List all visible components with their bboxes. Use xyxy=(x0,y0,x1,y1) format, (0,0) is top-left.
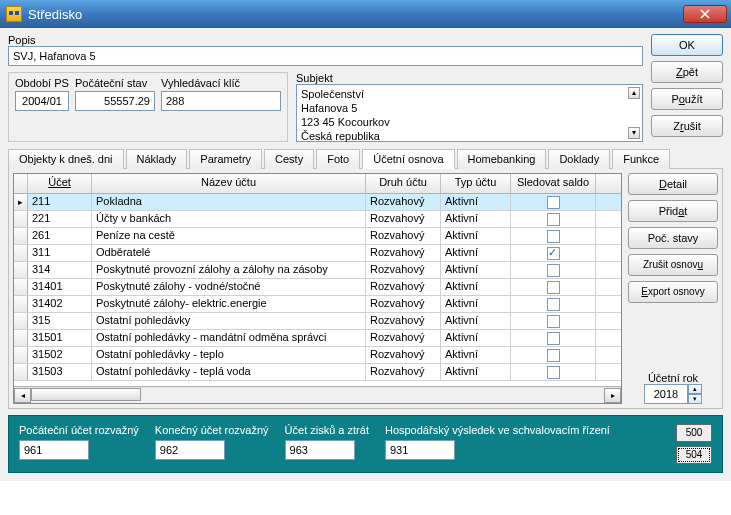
table-row[interactable]: 261Peníze na cestěRozvahovýAktivní xyxy=(14,228,621,245)
table-row[interactable]: 31503Ostatní pohledávky - teplá vodaRozv… xyxy=(14,364,621,381)
cell-nazev: Ostatní pohledávky xyxy=(92,313,366,329)
row-marker xyxy=(14,245,28,261)
year-spin-down[interactable]: ▾ xyxy=(688,394,702,404)
cell-saldo[interactable] xyxy=(511,262,596,278)
col-druh[interactable]: Druh účtu xyxy=(366,174,441,193)
saldo-checkbox[interactable] xyxy=(547,213,560,226)
cell-ucet: 31501 xyxy=(28,330,92,346)
hscroll-left[interactable]: ◂ xyxy=(14,388,31,403)
poc-stavy-button[interactable]: Poč. stavy xyxy=(628,227,718,249)
saldo-checkbox[interactable] xyxy=(547,264,560,277)
cell-nazev: Poskytnuté provozní zálohy a zálohy na z… xyxy=(92,262,366,278)
vyhledavaci-input[interactable] xyxy=(161,91,281,111)
row-marker xyxy=(14,279,28,295)
saldo-checkbox[interactable] xyxy=(547,247,560,260)
table-row[interactable]: ▸211PokladnaRozvahovýAktivní xyxy=(14,194,621,211)
zrusit-osnovu-button[interactable]: Zrušit osnovu xyxy=(628,254,718,276)
saldo-checkbox[interactable] xyxy=(547,298,560,311)
subjekt-scroll-down[interactable]: ▾ xyxy=(628,127,640,139)
pouzit-button[interactable]: Použít xyxy=(651,88,723,110)
col-typ[interactable]: Typ účtu xyxy=(441,174,511,193)
cell-typ: Aktivní xyxy=(441,262,511,278)
cell-saldo[interactable] xyxy=(511,296,596,312)
col-saldo[interactable]: Sledovat saldo xyxy=(511,174,596,193)
ucetni-rok-label: Účetní rok xyxy=(644,372,702,384)
cell-saldo[interactable] xyxy=(511,347,596,363)
hscroll-right[interactable]: ▸ xyxy=(604,388,621,403)
cell-ucet: 221 xyxy=(28,211,92,227)
table-row[interactable]: 31502Ostatní pohledávky - teploRozvahový… xyxy=(14,347,621,364)
cell-saldo[interactable] xyxy=(511,194,596,210)
close-button[interactable] xyxy=(683,5,727,23)
table-row[interactable]: 221Účty v bankáchRozvahovýAktivní xyxy=(14,211,621,228)
cell-druh: Rozvahový xyxy=(366,228,441,244)
cell-saldo[interactable] xyxy=(511,211,596,227)
popis-label: Popis xyxy=(8,34,643,46)
btn-500[interactable]: 500 xyxy=(676,424,712,442)
hscroll-track[interactable] xyxy=(31,388,604,403)
cell-saldo[interactable] xyxy=(511,279,596,295)
tab-funkce[interactable]: Funkce xyxy=(612,149,670,169)
cell-ucet: 311 xyxy=(28,245,92,261)
popis-input[interactable] xyxy=(8,46,643,66)
cell-typ: Aktivní xyxy=(441,296,511,312)
cell-ucet: 314 xyxy=(28,262,92,278)
year-spin-up[interactable]: ▴ xyxy=(688,384,702,394)
saldo-checkbox[interactable] xyxy=(547,332,560,345)
cell-druh: Rozvahový xyxy=(366,262,441,278)
tab-doklady[interactable]: Doklady xyxy=(548,149,610,169)
row-marker: ▸ xyxy=(14,194,28,210)
saldo-checkbox[interactable] xyxy=(547,315,560,328)
pridat-button[interactable]: Přidat xyxy=(628,200,718,222)
pocatecni-input[interactable] xyxy=(75,91,155,111)
cell-saldo[interactable] xyxy=(511,330,596,346)
poc-rozvaz-input[interactable] xyxy=(19,440,89,460)
export-osnovy-button[interactable]: Export osnovy xyxy=(628,281,718,303)
zisk-ztrat-label: Účet zisků a ztrát xyxy=(285,424,369,436)
tab-objekty[interactable]: Objekty k dneš. dni xyxy=(8,149,124,169)
cell-nazev: Ostatní pohledávky - mandátní odměna spr… xyxy=(92,330,366,346)
saldo-checkbox[interactable] xyxy=(547,366,560,379)
kon-rozvaz-input[interactable] xyxy=(155,440,225,460)
saldo-checkbox[interactable] xyxy=(547,230,560,243)
cell-nazev: Ostatní pohledávky - teplá voda xyxy=(92,364,366,380)
saldo-checkbox[interactable] xyxy=(547,196,560,209)
table-row[interactable]: 31402Poskytnuté zálohy- elektric.energie… xyxy=(14,296,621,313)
subjekt-list[interactable]: Společenství Hafanova 5 123 45 Kocourkov… xyxy=(296,84,643,142)
saldo-checkbox[interactable] xyxy=(547,281,560,294)
cell-druh: Rozvahový xyxy=(366,194,441,210)
subjekt-scroll-up[interactable]: ▴ xyxy=(628,87,640,99)
tab-homebanking[interactable]: Homebanking xyxy=(457,149,547,169)
kon-rozvaz-label: Konečný účet rozvažný xyxy=(155,424,269,436)
table-row[interactable]: 31401Poskytnuté zálohy - vodné/stočnéRoz… xyxy=(14,279,621,296)
cell-saldo[interactable] xyxy=(511,364,596,380)
table-row[interactable]: 314Poskytnuté provozní zálohy a zálohy n… xyxy=(14,262,621,279)
zrusit-button[interactable]: Zrušit xyxy=(651,115,723,137)
saldo-checkbox[interactable] xyxy=(547,349,560,362)
hscroll-thumb[interactable] xyxy=(31,388,141,401)
obdobi-input[interactable] xyxy=(15,91,69,111)
tab-parametry[interactable]: Parametry xyxy=(189,149,262,169)
table-row[interactable]: 311OdběrateléRozvahovýAktivní xyxy=(14,245,621,262)
cell-saldo[interactable] xyxy=(511,228,596,244)
row-marker xyxy=(14,347,28,363)
tab-cesty[interactable]: Cesty xyxy=(264,149,314,169)
col-nazev[interactable]: Název účtu xyxy=(92,174,366,193)
table-row[interactable]: 31501Ostatní pohledávky - mandátní odměn… xyxy=(14,330,621,347)
col-ucet[interactable]: Účet xyxy=(28,174,92,193)
ucetni-rok-input[interactable] xyxy=(644,384,688,404)
cell-saldo[interactable] xyxy=(511,245,596,261)
table-row[interactable]: 315Ostatní pohledávkyRozvahovýAktivní xyxy=(14,313,621,330)
grid-body[interactable]: ▸211PokladnaRozvahovýAktivní221Účty v ba… xyxy=(14,194,621,386)
zpet-button[interactable]: Zpět xyxy=(651,61,723,83)
btn-504[interactable]: 504 xyxy=(676,446,712,464)
detail-button[interactable]: Detail xyxy=(628,173,718,195)
cell-saldo[interactable] xyxy=(511,313,596,329)
zisk-ztrat-input[interactable] xyxy=(285,440,355,460)
tab-naklady[interactable]: Náklady xyxy=(126,149,188,169)
tab-foto[interactable]: Foto xyxy=(316,149,360,169)
ok-button[interactable]: OK xyxy=(651,34,723,56)
hosp-vys-input[interactable] xyxy=(385,440,455,460)
grid-hscroll[interactable]: ◂ ▸ xyxy=(14,386,621,403)
tab-ucetni-osnova[interactable]: Účetní osnova xyxy=(362,149,454,169)
